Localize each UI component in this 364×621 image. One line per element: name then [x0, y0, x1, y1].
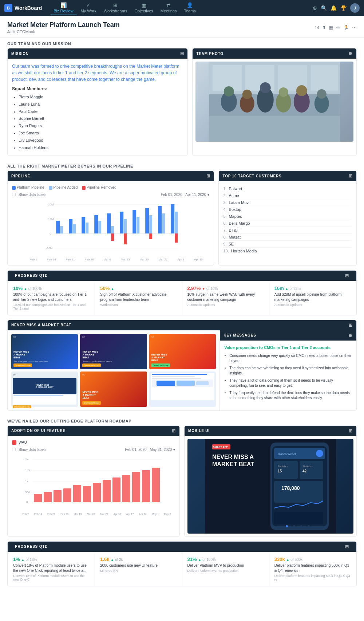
progress-qtd-2-expand-icon[interactable]: ⊞	[345, 544, 349, 549]
progress-cards-2: 1% ▲ of 18% Convert 18% of Platform modu…	[8, 552, 356, 586]
date-range[interactable]: Feb 01, 2020 - Apr 11, 2020 ▾	[161, 193, 210, 197]
top-customers-body: 1.Palwart 2.Acme 3.Latam Movil 4.Boxtop …	[219, 181, 356, 259]
svg-rect-50	[175, 212, 178, 233]
svg-text:-10M: -10M	[46, 247, 53, 250]
roadmap-cards-row: ADOPTION OF UI FEATURE ⊞ WAU Show data l…	[0, 425, 364, 541]
pipeline-card: PIPELINE ⊞ Platform Pipeline Pipeline Ad…	[7, 170, 214, 266]
show-labels-checkbox[interactable]	[12, 193, 16, 196]
nav-teams[interactable]: 👤 Teams	[181, 1, 198, 15]
svg-point-96	[300, 525, 302, 527]
svg-rect-66	[73, 485, 81, 502]
never-miss-expand-icon[interactable]: ⊞	[349, 323, 353, 328]
edit-icon[interactable]: ✏	[336, 25, 340, 30]
my-work-icon: ✓	[86, 2, 91, 8]
mission-header-label: MISSION	[11, 52, 29, 56]
progress-card-2-1: 1% ▲ of 18% Convert 18% of Platform modu…	[8, 552, 95, 586]
arrow-up-2-2: ▲	[111, 558, 114, 562]
nav-meetings[interactable]: ⇄ Meetings	[158, 1, 180, 15]
key-messages-expand-icon[interactable]: ⊞	[349, 333, 353, 338]
nav-biz-review-label: Biz Review	[54, 9, 73, 13]
page: Market Meter Platform Launch Team Jack C…	[0, 16, 364, 621]
progress-qtd-1-header: PROGRESS QTD ⊞	[8, 271, 356, 281]
thumb-04: 04 NEVER MISSA MARKET BEAT Download toda…	[11, 372, 78, 407]
svg-rect-49	[171, 204, 174, 233]
adoption-date-range[interactable]: Feb 01, 2020 - May 31, 2020 ▾	[125, 448, 175, 452]
list-item: 8.Miasat	[223, 234, 352, 241]
team-photo-expand-icon[interactable]: ⊞	[349, 51, 353, 56]
adoption-header-label: ADOPTION OF UI FEATURE	[11, 429, 66, 433]
flag-icon[interactable]: 🏆	[340, 5, 347, 11]
thumb-02: 02 NEVER MISSA MARKETBEAT Stay on top of…	[80, 334, 147, 369]
progress-pct-2-2: 1.6k ▲ of 2k	[100, 557, 177, 562]
arrow-up-2-4: ▲	[286, 558, 289, 562]
svg-point-10	[242, 90, 252, 99]
svg-text:Bianca Weber: Bianca Weber	[278, 452, 296, 456]
pipeline-expand-icon[interactable]: ⊞	[206, 173, 210, 178]
wau-dot	[12, 440, 16, 445]
user-avatar[interactable]: J	[350, 3, 360, 13]
top-customers-label: TOP 10 TARGET CUSTOMERS	[222, 174, 281, 178]
svg-rect-93	[274, 512, 323, 524]
topnav: B WorkBoard 📊 Biz Review ✓ My Work ⊞ Wor…	[0, 0, 364, 16]
list-item: 5.Maptec	[223, 213, 352, 220]
bell-icon[interactable]: 🔔	[331, 5, 337, 11]
top-customers-expand-icon[interactable]: ⊞	[349, 173, 353, 178]
legend-removed: Pipeline Removed	[82, 185, 116, 189]
add-icon[interactable]: ⊕	[313, 5, 317, 11]
progress-card-3: 2.97% ▼ of 10% 10% surge in same-week WA…	[182, 281, 269, 315]
svg-rect-6	[311, 65, 338, 91]
svg-point-94	[286, 525, 288, 527]
svg-point-16	[296, 85, 307, 96]
key-bullets: Consumer needs change very quickly so CM…	[224, 353, 352, 401]
svg-rect-34	[94, 215, 98, 233]
list-item: 10.Horizon Media	[223, 248, 352, 254]
list-item: 1.Palwart	[223, 185, 352, 192]
svg-rect-65	[63, 488, 71, 502]
svg-text:2k: 2k	[25, 458, 28, 461]
progress-qtd-2: PROGRESS QTD ⊞ 1% ▲ of 18% Convert 18% o…	[7, 541, 357, 586]
adoption-card: ADOPTION OF UI FEATURE ⊞ WAU Show data l…	[7, 425, 180, 537]
mission-expand-icon[interactable]: ⊞	[180, 51, 184, 56]
arrow-down-icon-3: ▼	[202, 287, 205, 291]
arrow-up-icon-2: ▲	[111, 287, 114, 291]
thumb-03: 03 NEVER MISSA MARKETBEAT Download today	[149, 334, 216, 369]
card-view-icon[interactable]: ▦	[329, 25, 333, 30]
progress-card-2-3: 31% ▲ of 100% Deliver Platform MVP to pr…	[182, 552, 269, 586]
legend-added: Pipeline Added	[49, 185, 78, 189]
team-mission-section-label: OUR TEAM AND OUR MISSION	[0, 38, 364, 48]
adoption-expand-icon[interactable]: ⊞	[172, 428, 176, 433]
progress-expand-icon[interactable]: ⊞	[345, 273, 349, 278]
brand[interactable]: B WorkBoard	[4, 4, 42, 12]
list-item: Paul Carter	[19, 108, 183, 115]
nav-workstreams[interactable]: ⊞ Workstreams	[101, 1, 130, 15]
list-item: 2.Acme	[223, 192, 352, 199]
svg-rect-37	[111, 226, 114, 233]
media-grid: 01 NEVER MISSA MARKETBEAT See what your …	[8, 330, 219, 410]
svg-point-8	[224, 86, 234, 97]
list-item: Sophie Barrett	[19, 115, 183, 122]
mobile-ui-card: MOBILE UI ⊞ SMART APP NEVER MISS A MARKE…	[184, 425, 357, 537]
team-photo-header-label: TEAM PHOTO	[196, 52, 223, 56]
svg-point-84	[316, 450, 323, 457]
nav-biz-review[interactable]: 📊 Biz Review	[51, 1, 76, 15]
upload-icon[interactable]: ⬆	[322, 25, 326, 30]
progress-pct-2-3: 31% ▲ of 100%	[187, 557, 264, 562]
search-icon[interactable]: 🔍	[321, 5, 327, 11]
progress-qtd-1: PROGRESS QTD ⊞ 10% ▲ of 100% 100% of our…	[7, 270, 357, 315]
progress-cards-1: 10% ▲ of 100% 100% of our campaigns are …	[8, 281, 356, 315]
svg-rect-47	[158, 206, 162, 233]
nav-objectives-label: Objectives	[134, 9, 153, 13]
mobile-ui-expand-icon[interactable]: ⊞	[349, 428, 353, 433]
svg-rect-63	[44, 492, 52, 502]
meetings-icon: ⇄	[166, 2, 171, 8]
adoption-show-labels-checkbox[interactable]	[12, 448, 16, 451]
person-icon[interactable]: 🏃	[343, 25, 349, 30]
thumb-05: 05 NEVER MISSA MARKETBEAT Download today	[80, 372, 147, 407]
squad-list: Pietro Maggio Laurie Luna Paul Carter So…	[12, 94, 183, 151]
more-icon[interactable]: ⋯	[352, 25, 357, 30]
team-photo-card-header: TEAM PHOTO ⊞	[193, 48, 356, 59]
mobile-ui-header-label: MOBILE UI	[188, 429, 210, 433]
objectives-icon: ▦	[142, 2, 146, 8]
nav-my-work[interactable]: ✓ My Work	[78, 1, 99, 15]
nav-objectives[interactable]: ▦ Objectives	[131, 1, 156, 15]
